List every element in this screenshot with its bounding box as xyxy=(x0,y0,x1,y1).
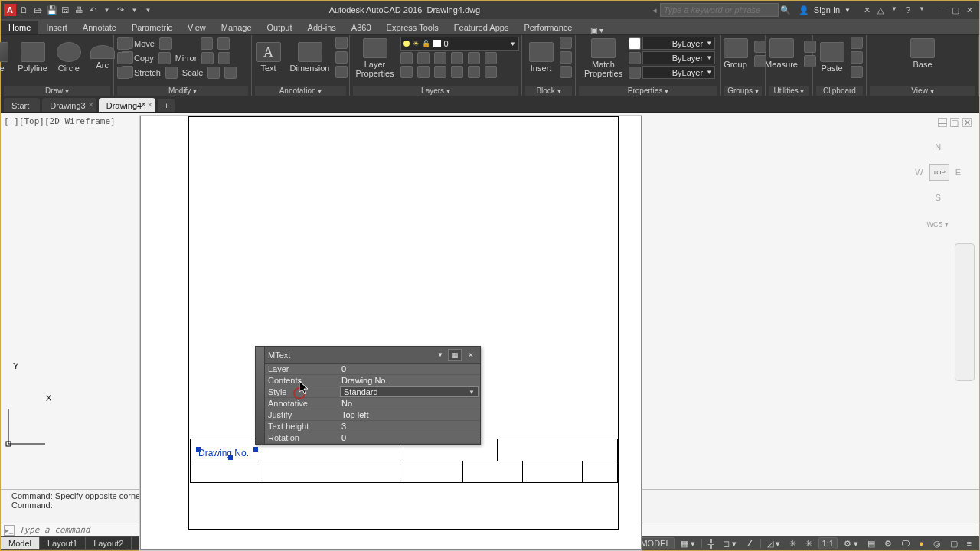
qat-print-icon[interactable]: 🖶 xyxy=(74,5,85,16)
palette-type-dropdown[interactable]: ▼ xyxy=(437,351,443,358)
status-snap-icon[interactable]: ╬ xyxy=(705,538,717,549)
qp-row-layer[interactable]: Layer0 xyxy=(265,364,480,375)
minimize-icon[interactable]: — xyxy=(936,5,947,15)
panel-clipboard-label[interactable]: Clipboard xyxy=(816,86,863,96)
status-scale[interactable]: 1:1 xyxy=(818,537,838,549)
ribbon-tab-insert[interactable]: Insert xyxy=(38,21,75,34)
qp-value[interactable]: No xyxy=(338,399,480,408)
insert-button[interactable]: Insert xyxy=(526,41,557,74)
block-b3[interactable] xyxy=(560,66,572,78)
quick-properties-palette[interactable]: MText ▼ ▦ ✕ Layer0ContentsDrawing No.Sty… xyxy=(255,346,481,445)
layer-b8[interactable] xyxy=(417,66,430,78)
move-icon[interactable] xyxy=(117,37,129,50)
infocenter-arrow[interactable]: ◂ xyxy=(652,5,657,15)
clip-b2[interactable] xyxy=(851,51,863,64)
ucs-icon[interactable]: YX xyxy=(4,398,57,455)
file-tab-plus[interactable]: + xyxy=(158,99,175,112)
ribbon-tab-view[interactable]: View xyxy=(180,21,214,34)
status-grid-icon[interactable]: ▦ ▾ xyxy=(678,538,698,549)
vc-n[interactable]: N xyxy=(915,142,961,152)
qat-customize-dropdown[interactable]: ▼ xyxy=(142,5,154,16)
qat-undo-dropdown[interactable]: ▼ xyxy=(101,5,113,16)
vp-minimize[interactable]: — xyxy=(938,118,947,127)
qp-row-rotation[interactable]: Rotation0 xyxy=(265,432,480,444)
clip-b3[interactable] xyxy=(851,66,863,78)
close-icon[interactable]: ✕ xyxy=(964,5,975,15)
panel-annotation-label[interactable]: Annotation ▾ xyxy=(255,86,346,96)
wcs-label[interactable]: WCS ▾ xyxy=(927,220,949,228)
signin[interactable]: 👤 Sign In ▼ xyxy=(792,5,857,15)
layer-b2[interactable] xyxy=(417,52,430,64)
model-tab-model[interactable]: Model xyxy=(1,537,40,549)
block-b2[interactable] xyxy=(560,51,572,64)
measure-button[interactable]: Measure xyxy=(762,37,801,70)
stretch-icon[interactable] xyxy=(117,67,129,79)
qat-saveas-icon[interactable]: 🖫 xyxy=(60,5,71,16)
qp-row-annotative[interactable]: AnnotativeNo xyxy=(265,398,480,409)
palette-grip[interactable] xyxy=(256,347,265,444)
status-hardware-icon[interactable]: ● xyxy=(916,538,927,549)
polyline-button[interactable]: Polyline xyxy=(15,41,51,74)
file-tab-drawing4[interactable]: Drawing4*✕ xyxy=(99,98,156,112)
status-customize-icon[interactable]: ≡ xyxy=(964,538,975,549)
layer-b10[interactable] xyxy=(451,66,463,78)
search-input[interactable] xyxy=(660,3,779,17)
search-icon[interactable]: 🔍 xyxy=(779,5,792,15)
dimension-button[interactable]: Dimension xyxy=(287,41,333,74)
command-prompt-icon[interactable]: ▸_ xyxy=(4,525,15,536)
ribbon-tab-performance[interactable]: Performance xyxy=(516,21,580,34)
scale-label[interactable]: Scale xyxy=(182,68,204,77)
scale-icon[interactable] xyxy=(165,67,178,79)
prop-lw-combo[interactable]: ByLayer▼ xyxy=(642,51,715,64)
file-tab-close[interactable]: ✕ xyxy=(147,101,153,109)
fillet-icon[interactable] xyxy=(201,52,214,64)
vc-e[interactable]: E xyxy=(956,168,961,177)
viewport-label[interactable]: [-][Top][2D Wireframe] xyxy=(4,116,116,126)
status-qp-icon[interactable]: ▤ xyxy=(864,538,878,549)
file-tab-close[interactable]: ✕ xyxy=(88,101,94,109)
group-button[interactable]: Group xyxy=(720,37,751,70)
nav-bar[interactable] xyxy=(955,243,975,381)
a360-dropdown[interactable]: ▼ xyxy=(889,5,900,15)
dropdown-icon[interactable]: ▼ xyxy=(469,389,475,396)
app-logo[interactable]: A xyxy=(4,4,16,16)
clip-b1[interactable] xyxy=(851,37,863,49)
vp-maximize[interactable]: ▢ xyxy=(950,118,959,127)
qat-redo-icon[interactable]: ↷ xyxy=(115,5,126,16)
selected-mtext[interactable]: Drawing No. xyxy=(198,448,249,458)
qat-redo-dropdown[interactable]: ▼ xyxy=(129,5,140,16)
qat-undo-icon[interactable]: ↶ xyxy=(87,5,99,16)
panel-layers-label[interactable]: Layers ▾ xyxy=(353,86,518,96)
rotate-icon[interactable] xyxy=(159,37,172,50)
layer-b6[interactable] xyxy=(485,52,497,64)
status-workspace-icon[interactable]: ⚙ xyxy=(881,538,895,549)
ribbon-min-icon[interactable]: ▣ ▾ xyxy=(590,26,603,34)
trim-icon[interactable] xyxy=(201,37,213,50)
vc-top[interactable]: TOP xyxy=(929,164,949,181)
palette-close-icon[interactable]: ✕ xyxy=(464,349,478,361)
prop-lt-icon[interactable] xyxy=(629,67,641,79)
copy-label[interactable]: Copy xyxy=(134,54,154,63)
status-monitor-icon[interactable]: 🖵 xyxy=(898,538,913,549)
ribbon-tab-output[interactable]: Output xyxy=(260,21,300,34)
model-tab-layout2[interactable]: Layout2 xyxy=(86,537,132,549)
viewcube[interactable]: N WTOPE S xyxy=(915,136,961,208)
status-isolate-icon[interactable]: ◎ xyxy=(930,538,944,549)
layer-b4[interactable] xyxy=(451,52,463,64)
qp-value[interactable]: Top left xyxy=(338,410,480,419)
prop-lt-combo[interactable]: ByLayer▼ xyxy=(642,66,715,79)
vc-w[interactable]: W xyxy=(915,168,923,177)
qp-row-text-height[interactable]: Text height3 xyxy=(265,421,480,432)
ribbon-tab-parametric[interactable]: Parametric xyxy=(124,21,180,34)
status-annovisibility-icon[interactable]: ✳ xyxy=(802,538,815,549)
prop-color-swatch[interactable] xyxy=(629,37,641,50)
text-button[interactable]: AText xyxy=(253,41,284,74)
exchange-icon[interactable]: ✕ xyxy=(861,5,872,15)
ribbon-tab-add-ins[interactable]: Add-ins xyxy=(300,21,344,34)
layer-b11[interactable] xyxy=(468,66,480,78)
move-label[interactable]: Move xyxy=(134,39,155,48)
qp-row-justify[interactable]: JustifyTop left xyxy=(265,409,480,421)
status-gear-icon[interactable]: ⚙ ▾ xyxy=(841,538,861,549)
panel-view-label[interactable]: View ▾ xyxy=(870,86,975,96)
modify-x2[interactable] xyxy=(218,52,230,64)
